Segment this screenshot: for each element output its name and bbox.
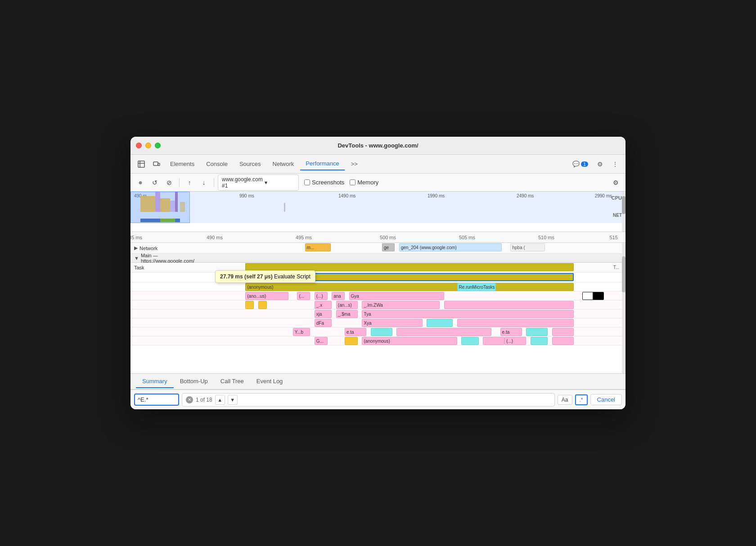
devtools-window: DevTools - www.google.com/ Elements Cons… [130, 137, 626, 409]
tab-performance[interactable]: Performance [300, 157, 344, 170]
pink-block-paren2[interactable]: (...) [504, 337, 526, 345]
tab-summary[interactable]: Summary [136, 375, 174, 388]
anon-block[interactable]: (anonymous) [245, 283, 574, 291]
network-row-label: ▶ Network [130, 245, 194, 251]
bottom-tab-bar: Summary Bottom-Up Call Tree Event Log [130, 373, 626, 389]
network-block-gen204[interactable]: gen_204 (www.google.com) [399, 243, 502, 251]
cyan-block-1[interactable] [427, 319, 453, 327]
tab-more[interactable]: >> [346, 158, 363, 170]
screenshots-label: Screenshots [312, 179, 344, 186]
flame-chart-area: ▶ Network m... ge gen_204 (www.google.co… [130, 243, 626, 373]
search-next-button[interactable]: ▼ [228, 395, 238, 405]
pink-block-lm[interactable]: _.lm.ZWa [362, 301, 440, 309]
pink-block-g[interactable]: G... [315, 337, 328, 345]
reload-button[interactable]: ↺ [148, 176, 161, 189]
yellow-small-2[interactable] [258, 301, 267, 309]
maximize-button[interactable] [155, 143, 161, 148]
settings-icon[interactable]: ⚙ [594, 158, 607, 170]
yellow-small-1[interactable] [245, 301, 254, 309]
time-mark-495: 495 ms [296, 235, 312, 240]
pink-block-anous[interactable]: (ano...us) [245, 292, 288, 300]
time-mark-490: 490 ms [207, 235, 223, 240]
tab-event-log[interactable]: Event Log [250, 375, 289, 388]
pink-block-dfa[interactable]: dFa [315, 319, 332, 327]
pink-ext-6[interactable] [552, 337, 574, 345]
pink-block-ext[interactable] [444, 301, 574, 309]
pink-block-xya[interactable]: Xya [362, 319, 422, 327]
overview-scrollbar[interactable] [622, 192, 626, 232]
network-expand-icon[interactable]: ▶ [134, 245, 138, 251]
pink-block-ans[interactable]: (an...s) [336, 301, 358, 309]
pink-block-sma[interactable]: _.$ma [336, 310, 358, 318]
record-button[interactable]: ● [134, 176, 147, 189]
cyan-block-3[interactable] [526, 328, 548, 336]
more-options-icon[interactable]: ⋮ [608, 158, 622, 170]
main-expand-icon[interactable]: ▼ [134, 255, 139, 261]
pink-block-paren[interactable]: (...) [315, 292, 328, 300]
devtools-tab-bar: Elements Console Sources Network Perform… [130, 155, 626, 174]
notification-icon: 💬 [572, 161, 580, 167]
network-block-m[interactable]: m... [305, 243, 331, 251]
network-block-hpba[interactable]: hpba ( [510, 243, 544, 251]
clear-button[interactable]: ⊘ [163, 176, 176, 189]
tab-network[interactable]: Network [267, 158, 300, 170]
tab-call-tree[interactable]: Call Tree [214, 375, 250, 388]
regex-button[interactable]: .* [575, 394, 588, 405]
svg-rect-4 [158, 163, 160, 166]
tab-elements[interactable]: Elements [165, 158, 200, 170]
anon-cyan-block[interactable]: Re.runMicroTasks [457, 283, 496, 291]
pink-row-3-content: xja _.$ma Tya [194, 309, 626, 318]
pink-ext-3[interactable] [396, 328, 491, 336]
pink-block-tya[interactable]: Tya [362, 310, 573, 318]
responsive-icon[interactable] [149, 158, 164, 170]
right-indicator [582, 292, 604, 300]
tab-sources[interactable]: Sources [234, 158, 266, 170]
flame-scrollbar[interactable] [622, 243, 626, 373]
case-sensitive-button[interactable]: Aa [558, 395, 572, 405]
cyan-block-5[interactable] [531, 337, 548, 345]
memory-checkbox-group: Memory [350, 179, 378, 186]
url-selector[interactable]: www.google.com #1 ▾ [218, 175, 299, 191]
notification-badge: 1 [581, 161, 588, 167]
pink-block-gya[interactable]: Gya [349, 292, 444, 300]
main-thread-row: ▼ Main — https://www.google.com/ [130, 254, 626, 263]
screenshots-checkbox[interactable] [304, 179, 310, 185]
pink-block-yb[interactable]: Y...b [293, 328, 310, 336]
pink-ext-2[interactable] [457, 319, 574, 327]
tab-bottom-up[interactable]: Bottom-Up [174, 375, 214, 388]
pink-row-1-content: (ano...us) (... (...) ana Gya [194, 291, 626, 300]
overview-mark-3: 1490 ms [338, 193, 356, 198]
clear-search-icon[interactable]: ✕ [186, 396, 193, 403]
download-button[interactable]: ↓ [198, 176, 210, 189]
cyan-block-2[interactable] [371, 328, 392, 336]
memory-checkbox[interactable] [350, 179, 356, 185]
search-input[interactable] [138, 396, 174, 403]
main-label-text: Main — https://www.google.com/ [141, 253, 194, 264]
cancel-search-button[interactable]: Cancel [590, 394, 622, 405]
minimize-button[interactable] [145, 143, 151, 148]
network-block-ge[interactable]: ge [382, 243, 395, 251]
yellow-block[interactable] [345, 337, 358, 345]
upload-button[interactable]: ↑ [183, 176, 196, 189]
search-prev-button[interactable]: ▲ [215, 395, 225, 405]
pink-ext-5[interactable] [483, 337, 504, 345]
pink-block-anonymous[interactable]: (anonymous) [362, 337, 457, 345]
close-button[interactable] [136, 143, 142, 148]
pink-block-xja[interactable]: xja [315, 310, 332, 318]
dropdown-arrow: ▾ [265, 179, 295, 186]
flame-tooltip: 27.79 ms (self 27 μs) Evaluate Script [215, 270, 315, 283]
pink-block-eta1[interactable]: e.ta [345, 328, 366, 336]
tab-console[interactable]: Console [201, 158, 233, 170]
pink-row-1: (ano...us) (... (...) ana Gya [130, 291, 626, 300]
pink-block-eta2[interactable]: e.ta [500, 328, 522, 336]
perf-settings-button[interactable]: ⚙ [609, 176, 622, 189]
pink-block-ana[interactable]: ana [332, 292, 345, 300]
pink-block-x[interactable]: _.x [315, 301, 332, 309]
pink-ext-4[interactable] [552, 328, 574, 336]
inspector-icon[interactable] [134, 158, 148, 170]
cyan-block-4[interactable] [461, 337, 478, 345]
pink-block-dot[interactable]: (... [297, 292, 310, 300]
overview-mark-4: 1990 ms [428, 193, 445, 198]
notifications-button[interactable]: 💬 1 [569, 159, 592, 169]
anonymous-row: (anonymous) Re.runMicroTasks [130, 282, 626, 291]
